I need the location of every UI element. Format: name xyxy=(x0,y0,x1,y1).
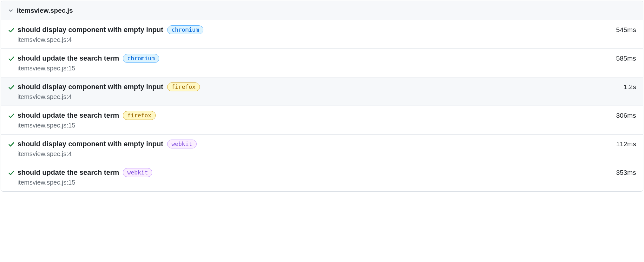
test-main: should update the search termfirefoxitem… xyxy=(17,111,611,129)
test-main: should display component with empty inpu… xyxy=(17,82,618,101)
test-file-name: itemsview.spec.js xyxy=(17,7,73,14)
chevron-down-icon xyxy=(8,8,14,13)
test-main: should update the search termchromiumite… xyxy=(17,54,611,72)
browser-pill-chromium: chromium xyxy=(123,54,159,63)
test-title: should display component with empty inpu… xyxy=(17,26,163,34)
test-duration: 112ms xyxy=(611,140,636,148)
test-location: itemsview.spec.js:4 xyxy=(17,93,618,101)
check-icon xyxy=(8,25,17,34)
test-location: itemsview.spec.js:15 xyxy=(17,65,611,72)
test-duration: 353ms xyxy=(611,168,636,176)
test-duration: 1.2s xyxy=(618,82,636,91)
check-icon xyxy=(8,140,17,148)
test-title: should display component with empty inpu… xyxy=(17,140,163,148)
browser-pill-firefox: firefox xyxy=(167,82,200,91)
test-title: should update the search term xyxy=(17,111,119,120)
test-row[interactable]: should update the search termfirefoxitem… xyxy=(1,106,643,134)
test-duration: 545ms xyxy=(611,25,636,34)
test-duration: 585ms xyxy=(611,54,636,62)
check-icon xyxy=(8,111,17,119)
test-row[interactable]: should display component with empty inpu… xyxy=(1,134,643,163)
test-duration: 306ms xyxy=(611,111,636,119)
test-title: should update the search term xyxy=(17,168,119,177)
test-row[interactable]: should update the search termwebkititems… xyxy=(1,163,643,191)
test-row[interactable]: should update the search termchromiumite… xyxy=(1,49,643,77)
test-row[interactable]: should display component with empty inpu… xyxy=(1,20,643,49)
browser-pill-firefox: firefox xyxy=(123,111,156,120)
test-row[interactable]: should display component with empty inpu… xyxy=(1,77,643,106)
test-rows: should display component with empty inpu… xyxy=(1,20,643,191)
test-main: should display component with empty inpu… xyxy=(17,140,611,158)
test-main: should update the search termwebkititems… xyxy=(17,168,611,186)
test-file-panel: itemsview.spec.js should display compone… xyxy=(1,1,643,192)
browser-pill-webkit: webkit xyxy=(167,140,197,148)
test-title: should display component with empty inpu… xyxy=(17,83,163,91)
check-icon xyxy=(8,54,17,62)
test-location: itemsview.spec.js:15 xyxy=(17,122,611,129)
test-location: itemsview.spec.js:4 xyxy=(17,36,611,43)
browser-pill-webkit: webkit xyxy=(123,168,152,177)
test-location: itemsview.spec.js:4 xyxy=(17,150,611,158)
test-title: should update the search term xyxy=(17,54,119,62)
test-location: itemsview.spec.js:15 xyxy=(17,179,611,186)
test-main: should display component with empty inpu… xyxy=(17,25,611,43)
check-icon xyxy=(8,168,17,176)
browser-pill-chromium: chromium xyxy=(167,25,204,34)
test-file-header[interactable]: itemsview.spec.js xyxy=(1,1,643,20)
check-icon xyxy=(8,82,17,91)
